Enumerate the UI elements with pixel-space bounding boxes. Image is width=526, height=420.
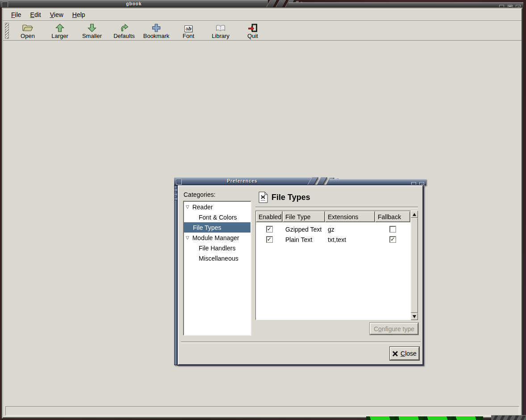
- menu-item-file[interactable]: File: [7, 11, 26, 18]
- menu-bar: FileEditViewHelp: [3, 9, 522, 21]
- main-window-title: gbook: [0, 1, 268, 6]
- enabled-checkbox[interactable]: ✓: [267, 226, 272, 232]
- toolbar-button-font[interactable]: abFont: [172, 22, 205, 40]
- tree-item-file-handlers[interactable]: File Handlers: [184, 243, 250, 253]
- enabled-cell: ✓: [256, 226, 283, 232]
- close-button[interactable]: Close: [390, 347, 419, 360]
- separator: [255, 207, 418, 208]
- book-icon: [215, 23, 226, 32]
- configure-type-button[interactable]: Configure type: [370, 323, 418, 335]
- table-body: ✓Gzipped Textgz✓Plain Texttxt,text✓: [256, 222, 410, 245]
- categories-label: Categories:: [184, 191, 216, 198]
- exit-door-icon: [248, 23, 258, 32]
- expander-triangle-icon[interactable]: ▽: [186, 204, 189, 209]
- toolbar-button-larger[interactable]: Larger: [44, 22, 76, 40]
- arrow-up-icon: [55, 23, 65, 32]
- toolbar-label: Quit: [247, 33, 258, 39]
- toolbar-label: Font: [183, 33, 194, 39]
- dialog-frame-edge: [174, 185, 178, 365]
- fallback-cell: [375, 226, 410, 232]
- enabled-checkbox[interactable]: ✓: [267, 237, 272, 242]
- background-window-titlebar: [491, 415, 526, 420]
- categories-tree[interactable]: ▽ReaderFont & ColorsFile Types▽Module Ma…: [183, 201, 251, 336]
- fallback-cell: ✓: [375, 237, 410, 242]
- column-header-enabled[interactable]: Enabled: [256, 211, 283, 222]
- extensions-cell: txt,text: [325, 236, 375, 243]
- toolbar-button-smaller[interactable]: Smaller: [76, 22, 108, 40]
- toolbar-label: Larger: [51, 33, 68, 39]
- fallback-checkbox[interactable]: ✓: [390, 237, 396, 242]
- tree-item-label: File Types: [193, 224, 221, 231]
- extensions-cell: gz: [325, 226, 375, 233]
- desktop: gbook FileEditViewHelp OpenLargerSmaller…: [0, 0, 526, 420]
- menu-item-view[interactable]: View: [46, 11, 68, 18]
- separator: [181, 341, 421, 343]
- toolbar-label: Defaults: [113, 33, 135, 39]
- scrollbar-thumb[interactable]: [411, 218, 418, 313]
- redo-arrow-icon: [119, 23, 129, 32]
- column-header-fallback[interactable]: Fallback: [375, 211, 410, 222]
- column-header-file-type[interactable]: File Type: [283, 211, 325, 222]
- tree-item-miscellaneous[interactable]: Miscellaneous: [184, 253, 250, 263]
- desktop-pager[interactable]: [366, 416, 483, 420]
- menu-item-help[interactable]: Help: [68, 11, 90, 18]
- file-type-cell: Gzipped Text: [283, 226, 325, 233]
- fallback-checkbox[interactable]: [390, 226, 396, 232]
- tree-item-label: Module Manager: [192, 234, 239, 241]
- toolbar-button-quit[interactable]: Quit: [237, 22, 269, 40]
- preferences-dialog: Preferences Categories: ▽ReaderFont & Co…: [174, 177, 426, 367]
- close-x-icon: [392, 351, 398, 356]
- main-window-titlebar[interactable]: gbook: [0, 0, 268, 8]
- toolbar-label: Library: [212, 33, 230, 39]
- table-row-gzipped-text[interactable]: ✓Gzipped Textgz: [256, 224, 410, 234]
- file-type-cell: Plain Text: [283, 236, 325, 243]
- close-button-label: Close: [401, 350, 417, 357]
- toolbar-button-bookmark[interactable]: Bookmark: [140, 22, 172, 40]
- file-types-table: EnabledFile TypeExtensionsFallback ✓Gzip…: [255, 211, 418, 320]
- column-header-extensions[interactable]: Extensions: [325, 211, 375, 222]
- toolbar-label: Open: [21, 33, 35, 39]
- status-bar: [5, 406, 519, 416]
- scroll-down-icon[interactable]: [411, 313, 418, 320]
- toolbar-button-defaults[interactable]: Defaults: [108, 22, 140, 40]
- enabled-cell: ✓: [256, 237, 283, 242]
- tree-item-file-types[interactable]: File Types: [184, 222, 250, 233]
- tree-item-label: Reader: [192, 204, 213, 211]
- arrow-down-icon: [87, 23, 97, 32]
- dialog-title: Preferences: [174, 179, 310, 183]
- dialog-body: Categories: ▽ReaderFont & ColorsFile Typ…: [178, 185, 423, 365]
- file-type-doc-icon: [259, 191, 268, 205]
- toolbar-label: Smaller: [82, 33, 102, 39]
- tree-item-label: Font & Colors: [199, 214, 237, 221]
- expander-triangle-icon[interactable]: ▽: [186, 235, 189, 240]
- toolbar-items: OpenLargerSmallerDefaultsBookmarkabFontL…: [12, 22, 269, 40]
- toolbar-button-library[interactable]: Library: [205, 22, 237, 40]
- scroll-up-icon[interactable]: [411, 211, 418, 218]
- tree-item-label: Miscellaneous: [199, 255, 238, 262]
- toolbar-handle-icon[interactable]: [5, 23, 9, 39]
- table-main: EnabledFile TypeExtensionsFallback ✓Gzip…: [255, 211, 411, 320]
- panel-title: File Types: [271, 193, 310, 202]
- plus-icon: [152, 23, 161, 32]
- font-ab-icon: ab: [184, 23, 193, 32]
- toolbar-button-open[interactable]: Open: [12, 22, 44, 40]
- toolbar-label: Bookmark: [143, 33, 170, 39]
- table-scrollbar[interactable]: [411, 211, 418, 320]
- dialog-titlebar[interactable]: Preferences: [174, 177, 310, 185]
- tree-item-label: File Handlers: [199, 245, 235, 252]
- tree-item-font-colors[interactable]: Font & Colors: [184, 212, 250, 222]
- tree-item-reader[interactable]: ▽Reader: [184, 202, 250, 212]
- open-folder-icon: [22, 23, 33, 32]
- tree-item-module-manager[interactable]: ▽Module Manager: [184, 233, 250, 243]
- menu-item-edit[interactable]: Edit: [26, 11, 46, 18]
- toolbar: OpenLargerSmallerDefaultsBookmarkabFontL…: [3, 21, 522, 41]
- table-row-plain-text[interactable]: ✓Plain Texttxt,text✓: [256, 234, 410, 245]
- table-header-row: EnabledFile TypeExtensionsFallback: [256, 211, 410, 222]
- dialog-titlebar-right[interactable]: [330, 179, 426, 185]
